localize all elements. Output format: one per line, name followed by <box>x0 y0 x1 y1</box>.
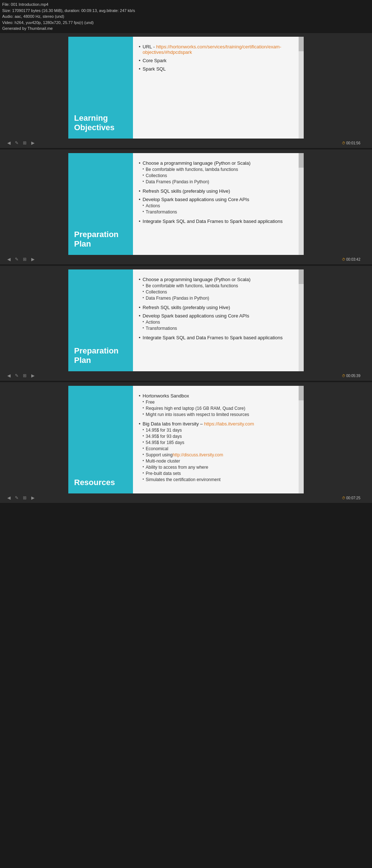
slide-frame: Preparation Plan Choose a programming la… <box>68 269 304 371</box>
slide-left-panel: Learning Objectives <box>68 37 133 139</box>
list-item: 54.95$ for 185 days <box>143 440 254 445</box>
slide-container-2: Preparation Plan Choose a programming la… <box>0 149 372 264</box>
file-line3: Audio: aac, 48000 Hz, stereo (und) <box>2 13 370 20</box>
slide-bullet: Develop Spark based applications using C… <box>139 313 296 332</box>
timestamp: ⏱00:07:25 <box>342 496 360 500</box>
slide-bullet: Big Data labs from itversity – https://l… <box>139 421 296 483</box>
list-item: Pre-built data sets <box>143 471 254 476</box>
slide-wrapper: Learning Objectives URL - https://horton… <box>5 37 367 147</box>
back-button[interactable]: ◀ <box>6 140 12 146</box>
slide-wrapper: Preparation Plan Choose a programming la… <box>5 269 367 380</box>
slide-title: Resources <box>74 478 115 487</box>
slide-content-list: URL - https://hortonworks.com/services/t… <box>139 44 296 72</box>
slide-bullet: Develop Spark based applications using C… <box>139 197 296 216</box>
list-item: Actions <box>143 320 249 325</box>
slide-title: Preparation Plan <box>74 230 127 249</box>
list-item: Ability to access from any where <box>143 465 254 470</box>
back-button[interactable]: ◀ <box>6 495 12 501</box>
list-item: Transformations <box>143 326 249 331</box>
scrollbar-thumb[interactable] <box>299 153 304 168</box>
slide-title: Learning Objectives <box>74 113 127 133</box>
scrollbar-thumb[interactable] <box>299 269 304 284</box>
file-line2: Size: 17090177 bytes (16.30 MiB), durati… <box>2 8 370 14</box>
list-item: Free <box>143 400 249 405</box>
slide-container-3: Preparation Plan Choose a programming la… <box>0 266 372 381</box>
back-button[interactable]: ◀ <box>6 256 12 262</box>
edit-button[interactable]: ✎ <box>14 373 20 379</box>
slide-content-list: Choose a programming language (Python or… <box>139 160 296 224</box>
list-item: Collections <box>143 173 251 178</box>
slide-left-panel: Preparation Plan <box>68 269 133 371</box>
slide-scrollbar[interactable] <box>299 37 304 139</box>
list-item: Data Frames (Pandas in Python) <box>143 296 251 301</box>
slide-frame: Resources Hortonworks SandboxFreeRequire… <box>68 386 304 493</box>
slide-frame: Learning Objectives URL - https://horton… <box>68 37 304 139</box>
list-item: Might run into issues with respect to li… <box>143 412 249 417</box>
edit-button[interactable]: ✎ <box>14 140 20 146</box>
list-item: Be comfortable with functions, lambda fu… <box>143 283 251 288</box>
grid-button[interactable]: ⊞ <box>22 373 28 379</box>
slide-toolbar: ◀ ✎ ⊞ ▶ <box>5 255 367 264</box>
slide-bullet: Choose a programming language (Python or… <box>139 277 296 302</box>
edit-button[interactable]: ✎ <box>14 495 20 501</box>
forward-button[interactable]: ▶ <box>30 495 36 501</box>
grid-button[interactable]: ⊞ <box>22 256 28 262</box>
list-item: Transformations <box>143 209 249 215</box>
file-info: File: 001 Introduction.mp4 Size: 1709017… <box>0 0 372 33</box>
slide-frame: Preparation Plan Choose a programming la… <box>68 153 304 255</box>
slide-scrollbar[interactable] <box>299 153 304 255</box>
slide-toolbar: ◀ ✎ ⊞ ▶ <box>5 139 367 147</box>
slide-bullet: URL - https://hortonworks.com/services/t… <box>139 44 296 55</box>
clock-icon: ⏱ <box>342 374 345 378</box>
list-item: Multi-node cluster <box>143 459 254 464</box>
grid-button[interactable]: ⊞ <box>22 140 28 146</box>
discuss-link[interactable]: http://discuss.itversity.com <box>173 452 223 457</box>
slide-container-4: Resources Hortonworks SandboxFreeRequire… <box>0 382 372 503</box>
list-item: Data Frames (Pandas in Python) <box>143 179 251 184</box>
slide-link[interactable]: https://labs.itversity.com <box>204 421 254 427</box>
slide-bullet: Refresh SQL skills (preferably using Hiv… <box>139 305 296 310</box>
back-button[interactable]: ◀ <box>6 373 12 379</box>
file-line5: Generated by Thumbnail.me <box>2 25 370 32</box>
timestamp: ⏱00:01:56 <box>342 141 360 145</box>
scrollbar-thumb[interactable] <box>299 37 304 51</box>
list-item: 14.95$ for 31 days <box>143 428 254 433</box>
edit-button[interactable]: ✎ <box>14 256 20 262</box>
scrollbar-thumb[interactable] <box>299 386 304 400</box>
forward-button[interactable]: ▶ <box>30 140 36 146</box>
slide-left-panel: Preparation Plan <box>68 153 133 255</box>
file-line1: File: 001 Introduction.mp4 <box>2 1 370 8</box>
slide-right-panel: Choose a programming language (Python or… <box>133 153 304 255</box>
list-item: Requires high end laptop (16 GB RAM, Qua… <box>143 406 249 411</box>
forward-button[interactable]: ▶ <box>30 256 36 262</box>
slide-container-1: Learning Objectives URL - https://horton… <box>0 33 372 148</box>
file-line4: Video: h264, yuv420p, 1280x720, 25.77 fp… <box>2 20 370 26</box>
slide-bullet: Core Spark <box>139 58 296 63</box>
slide-toolbar: ◀ ✎ ⊞ ▶ <box>5 493 367 502</box>
forward-button[interactable]: ▶ <box>30 373 36 379</box>
slide-content-list: Hortonworks SandboxFreeRequires high end… <box>139 393 296 483</box>
slide-scrollbar[interactable] <box>299 386 304 493</box>
slide-bullet: Hortonworks SandboxFreeRequires high end… <box>139 393 296 418</box>
list-item: Be comfortable with functions, lambda fu… <box>143 167 251 172</box>
clock-icon: ⏱ <box>342 257 345 261</box>
list-item: Economical <box>143 446 254 451</box>
slide-title: Preparation Plan <box>74 346 127 365</box>
grid-button[interactable]: ⊞ <box>22 495 28 501</box>
clock-icon: ⏱ <box>342 496 345 500</box>
slide-right-panel: Choose a programming language (Python or… <box>133 269 304 371</box>
list-item: Support using http://discuss.itversity.c… <box>143 452 254 457</box>
slide-right-panel: URL - https://hortonworks.com/services/t… <box>133 37 304 139</box>
slide-scrollbar[interactable] <box>299 269 304 371</box>
slide-wrapper: Resources Hortonworks SandboxFreeRequire… <box>5 386 367 502</box>
slide-toolbar: ◀ ✎ ⊞ ▶ <box>5 371 367 380</box>
slide-bullet: Integrate Spark SQL and Data Frames to S… <box>139 219 296 224</box>
slide-bullet: Refresh SQL skills (preferably using Hiv… <box>139 188 296 194</box>
slide-bullet: Integrate Spark SQL and Data Frames to S… <box>139 335 296 340</box>
timestamp: ⏱00:05:39 <box>342 374 360 378</box>
list-item: Actions <box>143 203 249 208</box>
slide-left-panel: Resources <box>68 386 133 493</box>
slide-right-panel: Hortonworks SandboxFreeRequires high end… <box>133 386 304 493</box>
slide-bullet: Choose a programming language (Python or… <box>139 160 296 185</box>
slide-link[interactable]: https://hortonworks.com/services/trainin… <box>143 44 282 55</box>
